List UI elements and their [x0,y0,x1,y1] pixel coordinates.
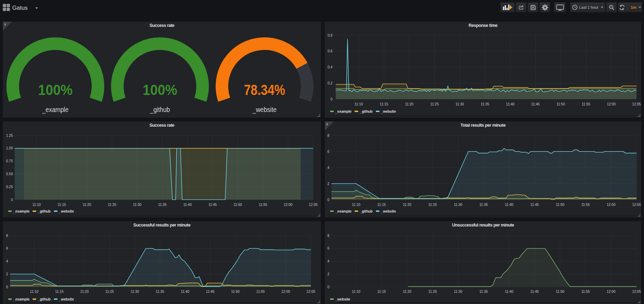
svg-text:11:25: 11:25 [430,102,439,106]
svg-text:0.50: 0.50 [6,172,13,176]
svg-text:6: 6 [327,150,329,154]
svg-text:78.34%: 78.34% [244,82,285,98]
svg-text:100%: 100% [38,82,73,98]
svg-text:12:05: 12:05 [632,203,641,207]
svg-text:0.2: 0.2 [328,81,332,85]
svg-text:4: 4 [327,259,329,263]
svg-text:11:55: 11:55 [259,203,268,207]
svg-text:11:30: 11:30 [133,203,142,207]
svg-text:11:15: 11:15 [378,290,386,294]
svg-text:11:25: 11:25 [429,290,437,294]
svg-text:11:35: 11:35 [158,203,167,207]
svg-text:11:15: 11:15 [58,203,66,207]
svg-text:11:20: 11:20 [405,102,414,106]
svg-text:0: 0 [330,97,332,101]
svg-text:11:30: 11:30 [131,290,139,294]
svg-text:11:20: 11:20 [83,203,92,207]
svg-text:11:45: 11:45 [530,290,539,294]
svg-text:100%: 100% [143,82,177,98]
svg-text:11:25: 11:25 [108,203,117,207]
svg-text:0.4: 0.4 [328,65,332,69]
svg-text:11:55: 11:55 [581,203,590,207]
svg-text:12:05: 12:05 [309,203,317,207]
svg-text:0: 0 [327,198,329,202]
svg-text:12:05: 12:05 [632,290,641,294]
svg-text:11:30: 11:30 [455,102,464,106]
svg-text:11:50: 11:50 [234,203,242,207]
svg-text:11:35: 11:35 [480,203,488,207]
svg-text:11:45: 11:45 [208,203,217,207]
svg-text:11:20: 11:20 [403,290,412,294]
svg-text:11:40: 11:40 [506,102,515,106]
svg-text:11:10: 11:10 [32,203,41,207]
svg-text:12:05: 12:05 [306,290,315,294]
svg-text:11:50: 11:50 [231,290,240,294]
svg-text:0.8: 0.8 [328,34,332,37]
svg-text:12:00: 12:00 [284,203,292,207]
svg-text:_github: _github [150,106,170,114]
svg-text:11:40: 11:40 [505,290,514,294]
svg-text:11:35: 11:35 [156,290,164,294]
svg-text:11:45: 11:45 [530,203,539,207]
svg-text:6: 6 [6,246,8,250]
svg-text:2: 2 [327,272,329,276]
svg-text:12:00: 12:00 [281,290,290,294]
svg-text:8: 8 [327,134,329,138]
svg-text:2: 2 [6,272,8,276]
svg-text:11:45: 11:45 [206,290,215,294]
svg-text:_example: _example [42,106,68,114]
svg-text:11:25: 11:25 [105,290,114,294]
svg-text:0: 0 [327,285,329,289]
svg-text:11:45: 11:45 [531,102,540,106]
svg-text:12:00: 12:00 [607,102,616,106]
svg-text:8: 8 [327,234,329,238]
svg-text:0.25: 0.25 [6,185,13,189]
svg-text:11:40: 11:40 [183,203,192,207]
svg-text:0: 0 [11,198,13,202]
svg-text:11:10: 11:10 [30,290,39,294]
svg-text:11:30: 11:30 [454,290,463,294]
svg-text:11:15: 11:15 [378,203,386,207]
svg-text:1.25: 1.25 [6,134,13,138]
svg-text:11:15: 11:15 [380,102,388,106]
svg-text:11:30: 11:30 [454,203,463,207]
svg-text:4: 4 [327,166,329,170]
svg-text:11:50: 11:50 [556,102,565,106]
svg-text:11:25: 11:25 [429,203,437,207]
svg-text:11:50: 11:50 [556,203,565,207]
svg-text:11:35: 11:35 [481,102,490,106]
svg-text:12:05: 12:05 [632,102,641,106]
svg-text:11:40: 11:40 [181,290,190,294]
svg-text:12:00: 12:00 [607,203,615,207]
svg-text:11:10: 11:10 [352,203,361,207]
svg-text:6: 6 [327,246,329,250]
svg-text:11:20: 11:20 [403,203,412,207]
svg-text:2: 2 [327,182,329,186]
svg-text:11:55: 11:55 [256,290,265,294]
svg-text:1.00: 1.00 [6,146,13,150]
svg-text:11:10: 11:10 [354,102,363,106]
svg-text:11:20: 11:20 [80,290,89,294]
svg-text:11:15: 11:15 [55,290,64,294]
svg-text:11:35: 11:35 [480,290,488,294]
svg-text:11:55: 11:55 [581,290,590,294]
svg-text:8: 8 [6,234,8,238]
svg-text:12:00: 12:00 [607,290,615,294]
svg-text:0: 0 [6,285,8,289]
svg-text:11:55: 11:55 [582,102,591,106]
svg-text:0.6: 0.6 [328,49,332,53]
svg-text:11:50: 11:50 [556,290,565,294]
svg-text:0.75: 0.75 [6,159,13,163]
svg-text:11:40: 11:40 [505,203,514,207]
svg-text:11:10: 11:10 [352,290,361,294]
svg-text:_website: _website [252,106,277,114]
svg-text:4: 4 [6,259,8,263]
